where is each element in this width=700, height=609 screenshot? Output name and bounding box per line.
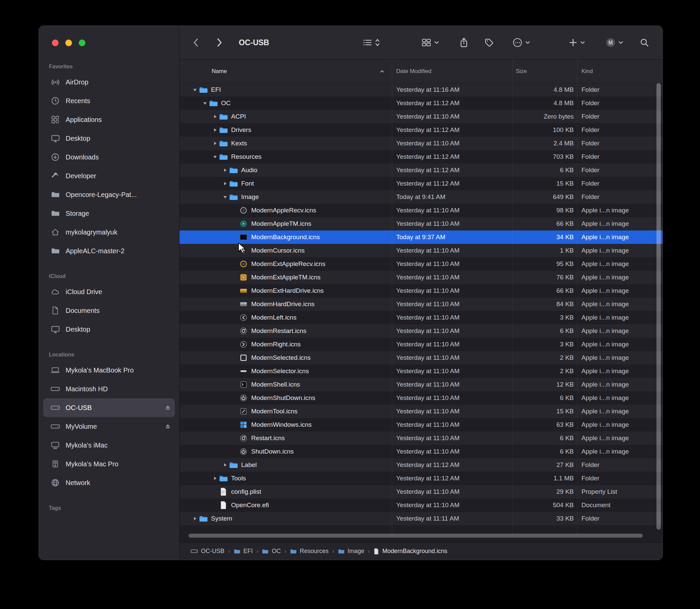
sidebar-item-mykola-s-imac[interactable]: Mykola’s iMac xyxy=(43,436,175,455)
toolbar-group-by[interactable] xyxy=(421,38,439,47)
file-row-modernselected-icns[interactable]: ModernSelected.icnsYesterday at 11:10 AM… xyxy=(179,351,663,364)
eject-icon[interactable] xyxy=(165,424,171,429)
disclosure-open-icon[interactable] xyxy=(212,155,218,159)
path-item-efi[interactable]: EFI xyxy=(234,548,253,555)
file-row-modernright-icns[interactable]: ModernRight.icnsYesterday at 11:10 AM3 K… xyxy=(179,338,663,351)
file-row-shutdown-icns[interactable]: ShutDown.icnsYesterday at 11:10 AM6 KBAp… xyxy=(179,445,663,458)
file-row-modernapplerecv-icns[interactable]: ModernAppleRecv.icnsYesterday at 11:10 A… xyxy=(179,204,663,217)
sidebar-item-icloud-drive[interactable]: iCloud Drive xyxy=(43,282,175,301)
file-row-modernshell-icns[interactable]: ModernShell.icnsYesterday at 11:10 AM12 … xyxy=(179,378,663,391)
file-name: ModernShutDown.icns xyxy=(251,394,315,402)
file-row-modernrestart-icns[interactable]: ModernRestart.icnsYesterday at 11:10 AM6… xyxy=(179,324,663,338)
column-header-name[interactable]: Name xyxy=(212,59,227,83)
file-row-moderntool-icns[interactable]: ModernTool.icnsYesterday at 11:10 AM15 K… xyxy=(179,405,663,418)
sidebar-item-developer[interactable]: Developer xyxy=(43,167,175,185)
file-kind: Apple i...n image xyxy=(581,230,662,244)
sidebar-item-mykolagrymalyuk[interactable]: mykolagrymalyuk xyxy=(43,223,175,242)
file-row-modernharddrive-icns[interactable]: ModernHardDrive.icnsYesterday at 11:10 A… xyxy=(179,297,663,311)
file-row-label[interactable]: LabelYesterday at 11:12 AM27 KBFolder xyxy=(179,458,663,472)
file-row-acpi[interactable]: ACPIYesterday at 11:10 AMZero bytesFolde… xyxy=(179,110,663,123)
sidebar-item-macintosh-hd[interactable]: Macintosh HD xyxy=(43,380,175,398)
sidebar-item-desktop[interactable]: Desktop xyxy=(43,129,175,148)
column-header-size[interactable]: Size xyxy=(516,59,527,83)
toolbar-share[interactable] xyxy=(459,37,468,48)
sidebar-item-recents[interactable]: Recents xyxy=(43,91,175,110)
disclosure-closed-icon[interactable] xyxy=(212,128,218,132)
disclosure-closed-icon[interactable] xyxy=(222,463,228,467)
sidebar-item-desktop[interactable]: Desktop xyxy=(43,320,175,339)
toolbar-more-actions[interactable] xyxy=(512,37,530,48)
disclosure-closed-icon[interactable] xyxy=(212,476,218,481)
disclosure-closed-icon[interactable] xyxy=(192,516,198,521)
file-row-tools[interactable]: ToolsYesterday at 11:12 AM1.1 MBFolder xyxy=(179,472,663,485)
sidebar-item-mykola-s-mac-pro[interactable]: Mykola’s Mac Pro xyxy=(43,455,175,473)
file-row-modernappletm-icns[interactable]: ModernAppleTM.icnsYesterday at 11:10 AM6… xyxy=(179,217,663,230)
toolbar-search[interactable] xyxy=(640,38,649,47)
column-header-date-modified[interactable]: Date Modified xyxy=(396,59,432,83)
sidebar-item-applications[interactable]: Applications xyxy=(43,110,175,129)
thumb-cursor-icon xyxy=(239,246,248,255)
file-row-image[interactable]: ImageToday at 9:41 AM649 KBFolder xyxy=(179,190,663,204)
file-row-opencore-efi[interactable]: OpenCore.efiYesterday at 11:10 AM504 KBD… xyxy=(179,499,663,512)
sidebar-item-network[interactable]: Network xyxy=(43,473,175,492)
thumb-tm-teal-icon xyxy=(239,219,248,228)
disclosure-open-icon[interactable] xyxy=(202,102,208,105)
file-row-moderncursor-icns[interactable]: ModernCursor.icnsYesterday at 11:10 AM1 … xyxy=(179,244,663,257)
sidebar-item-documents[interactable]: Documents xyxy=(43,301,175,320)
column-header-kind[interactable]: Kind xyxy=(581,59,593,83)
disclosure-closed-icon[interactable] xyxy=(212,141,218,146)
back-button[interactable] xyxy=(193,38,198,47)
vertical-scrollbar[interactable] xyxy=(657,83,661,529)
sidebar-item-opencore-legacy-pat[interactable]: Opencore-Legacy-Pat... xyxy=(43,185,175,204)
file-row-config-plist[interactable]: config.plistYesterday at 11:10 AM29 KBPr… xyxy=(179,485,663,499)
sidebar-item-myvolume[interactable]: MyVolume xyxy=(43,417,175,436)
sidebar-item-mykola-s-macbook-pro[interactable]: Mykola’s MacBook Pro xyxy=(43,361,175,380)
file-row-efi[interactable]: EFIYesterday at 11:16 AM4.8 MBFolder xyxy=(179,83,663,97)
file-row-oc[interactable]: OCYesterday at 11:12 AM4.8 MBFolder xyxy=(179,97,663,110)
file-row-modernextapplerecv-icns[interactable]: ModernExtAppleRecv.icnsYesterday at 11:1… xyxy=(179,257,663,271)
zoom-window-button[interactable] xyxy=(79,39,85,46)
file-row-resources[interactable]: ResourcesYesterday at 11:12 AM703 KBFold… xyxy=(179,150,663,163)
toolbar-view-options[interactable] xyxy=(362,38,380,47)
path-item-oc[interactable]: OC xyxy=(262,548,281,555)
disclosure-closed-icon[interactable] xyxy=(222,181,228,186)
path-item-oc-usb[interactable]: OC-USB xyxy=(191,548,224,555)
file-row-drivers[interactable]: DriversYesterday at 11:12 AM100 KBFolder xyxy=(179,123,663,137)
horizontal-scrollbar[interactable] xyxy=(189,534,643,538)
sidebar-item-airdrop[interactable]: AirDrop xyxy=(43,73,175,91)
file-date-modified: Yesterday at 11:10 AM xyxy=(396,364,507,378)
file-row-modernselector-icns[interactable]: ModernSelector.icnsYesterday at 11:10 AM… xyxy=(179,364,663,378)
disclosure-closed-icon[interactable] xyxy=(222,168,228,173)
file-row-restart-icns[interactable]: Restart.icnsYesterday at 11:10 AM6 KBApp… xyxy=(179,432,663,445)
toolbar-tags[interactable] xyxy=(484,38,494,47)
disclosure-open-icon[interactable] xyxy=(192,88,198,92)
file-row-modernleft-icns[interactable]: ModernLeft.icnsYesterday at 11:10 AM3 KB… xyxy=(179,311,663,324)
disclosure-closed-icon[interactable] xyxy=(212,114,218,119)
minimize-window-button[interactable] xyxy=(65,39,72,46)
sidebar-item-applealc-master-2[interactable]: AppleALC-master-2 xyxy=(43,242,175,260)
file-row-system[interactable]: SystemYesterday at 11:11 AM33 KBFolder xyxy=(179,512,663,525)
file-row-kexts[interactable]: KextsYesterday at 11:10 AM2.4 MBFolder xyxy=(179,137,663,150)
sidebar-item-downloads[interactable]: Downloads xyxy=(43,148,175,167)
sidebar-item-oc-usb[interactable]: OC-USB xyxy=(43,398,175,417)
file-name: ACPI xyxy=(231,113,246,120)
sidebar-item-label: Mykola’s iMac xyxy=(66,441,171,449)
path-item-resources[interactable]: Resources xyxy=(290,548,329,555)
sidebar-item-storage[interactable]: Storage xyxy=(43,204,175,223)
file-row-modernshutdown-icns[interactable]: ModernShutDown.icnsYesterday at 11:10 AM… xyxy=(179,391,663,405)
file-row-audio[interactable]: AudioYesterday at 11:12 AM6 KBFolder xyxy=(179,163,663,177)
path-item-modernbackground-icns[interactable]: ModernBackground.icns xyxy=(373,548,447,555)
file-row-font[interactable]: FontYesterday at 11:12 AM15 KBFolder xyxy=(179,177,663,190)
toolbar-account[interactable]: M xyxy=(606,37,623,48)
file-row-modernwindows-icns[interactable]: ModernWindows.icnsYesterday at 11:10 AM6… xyxy=(179,418,663,432)
path-item-image[interactable]: Image xyxy=(338,548,364,555)
file-row-modernextharddrive-icns[interactable]: ModernExtHardDrive.icnsYesterday at 11:1… xyxy=(179,284,663,297)
disclosure-open-icon[interactable] xyxy=(222,195,228,199)
toolbar-new-item[interactable] xyxy=(569,38,585,47)
eject-icon[interactable] xyxy=(165,405,171,410)
forward-button[interactable] xyxy=(217,38,222,47)
file-row-modernextappletm-icns[interactable]: ModernExtAppleTM.icnsYesterday at 11:10 … xyxy=(179,271,663,284)
file-row-modernbackground-icns[interactable]: ModernBackground.icnsToday at 9:37 AM34 … xyxy=(179,230,663,244)
close-window-button[interactable] xyxy=(52,39,58,46)
file-size: 66 KB xyxy=(509,217,574,230)
